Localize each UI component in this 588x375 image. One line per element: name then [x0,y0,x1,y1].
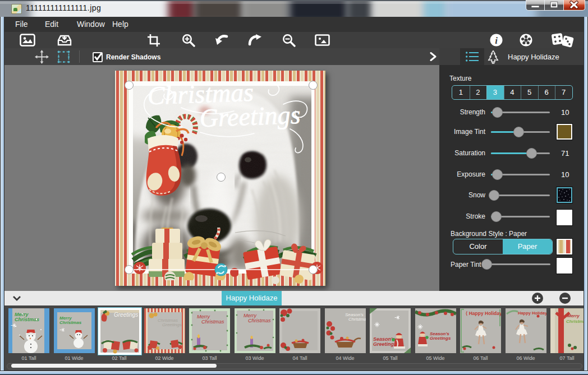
svg-text:Christmas: Christmas [348,317,366,322]
svg-text:Christmas: Christmas [15,317,39,322]
svg-text:Greetings: Greetings [114,312,138,318]
svg-text:Christmas: Christmas [59,320,82,325]
svg-text:Christmas: Christmas [566,319,584,324]
svg-text:Greetings: Greetings [430,336,451,341]
svg-text:Greetings: Greetings [373,341,397,347]
svg-text:Merry: Merry [567,313,580,318]
svg-text:Greetings: Greetings [162,322,182,327]
svg-text:i: i [495,35,498,46]
svg-text:Happy Holidays: Happy Holidays [518,311,546,316]
svg-text:Christmas: Christmas [248,318,271,323]
svg-text:⟨ Happy Holidays ⟩: ⟨ Happy Holidays ⟩ [466,311,501,316]
svg-text:Christmas: Christmas [201,319,224,325]
